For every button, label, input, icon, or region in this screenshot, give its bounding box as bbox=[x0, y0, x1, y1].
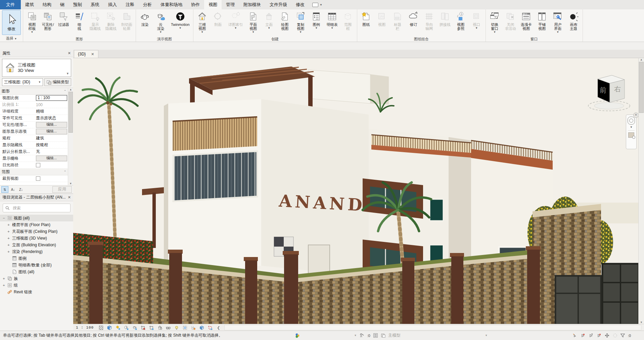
ribbon-button-视图样板[interactable]: 视图 样板▼ bbox=[24, 10, 40, 36]
expand-icon[interactable]: + bbox=[7, 250, 10, 254]
property-value[interactable]: 按规程 bbox=[36, 142, 48, 148]
navigation-bar[interactable]: ✕ ▼ bbox=[626, 115, 637, 149]
selection-filter-icon[interactable] bbox=[620, 333, 625, 338]
close-icon[interactable]: ✕ bbox=[633, 113, 639, 118]
chevron-down-icon[interactable]: ▼ bbox=[354, 334, 357, 337]
property-section-图形[interactable]: 图形⌃ bbox=[0, 88, 68, 95]
ribbon-tab-预制[interactable]: 预制 bbox=[69, 0, 86, 9]
close-icon[interactable]: ✕ bbox=[68, 51, 71, 55]
crop-off-icon[interactable] bbox=[140, 325, 146, 330]
canvas-scrollbar[interactable]: ▲▼ bbox=[638, 58, 644, 324]
property-value[interactable]: 无 bbox=[36, 149, 40, 155]
ribbon-tab-建筑[interactable]: 建筑 bbox=[21, 0, 38, 9]
ribbon-tab-分析[interactable]: 分析 bbox=[139, 0, 156, 9]
file-menu-button[interactable]: 文件 bbox=[0, 0, 21, 9]
select-links-icon[interactable] bbox=[572, 333, 578, 338]
ribbon-button-选项卡视图[interactable]: 选项卡 视图 bbox=[518, 10, 534, 36]
drag-elements-icon[interactable] bbox=[604, 333, 610, 338]
select-pinned-icon[interactable] bbox=[588, 333, 594, 338]
sort-default-button[interactable]: ⇅ bbox=[1, 186, 8, 193]
edit-button[interactable]: 编辑... bbox=[36, 122, 67, 128]
view-tab-3d[interactable]: {3D} ✕ bbox=[74, 50, 98, 58]
ribbon-button-细线[interactable]: 细 线 bbox=[72, 10, 87, 36]
active-design-option[interactable]: 主模型 bbox=[388, 333, 401, 338]
ribbon-button-Twinmotion[interactable]: Twinmotion▼ bbox=[169, 10, 192, 36]
modify-button[interactable]: 修改 bbox=[2, 10, 21, 35]
press-drag-icon[interactable] bbox=[612, 333, 618, 338]
ribbon-tab-管理[interactable]: 管理 bbox=[222, 0, 239, 9]
locked-3d-icon[interactable] bbox=[157, 325, 163, 330]
property-value[interactable]: 建筑 bbox=[36, 135, 44, 141]
collapse-icon[interactable]: ⌃ bbox=[64, 170, 66, 174]
ribbon-button-图纸[interactable]: 图纸 bbox=[358, 10, 374, 36]
edit-button[interactable]: 编辑... bbox=[36, 129, 67, 134]
ribbon-button-可见性/图形[interactable]: 可见性/ 图形 bbox=[40, 10, 56, 36]
ribbon-button-明细表[interactable]: 明细表▼ bbox=[324, 10, 340, 36]
editing-requests-icon[interactable] bbox=[359, 333, 364, 338]
ribbon-tab-文件升级[interactable]: 文件升级 bbox=[265, 0, 291, 9]
displacement-icon[interactable] bbox=[199, 325, 205, 330]
tree-item-视图 (all)[interactable]: −视图 (all) bbox=[0, 215, 73, 221]
sun-settings-icon[interactable] bbox=[115, 325, 121, 330]
expand-icon[interactable]: + bbox=[7, 236, 10, 240]
edit-button[interactable]: 编辑... bbox=[36, 156, 67, 161]
tree-item-明细表/数量 (全部)[interactable]: 明细表/数量 (全部) bbox=[0, 262, 73, 268]
property-value[interactable]: 精细 bbox=[36, 109, 44, 114]
design-options-icon[interactable] bbox=[381, 333, 386, 338]
connectivity-icon[interactable] bbox=[295, 333, 300, 338]
ribbon-button-画布主题[interactable]: 画布 主题 bbox=[566, 10, 582, 36]
select-group-label[interactable]: 选择 ▼ bbox=[0, 36, 23, 42]
expand-icon[interactable]: + bbox=[7, 229, 10, 233]
checkbox[interactable] bbox=[36, 176, 40, 181]
ribbon-tab-视图[interactable]: 视图 bbox=[204, 0, 222, 9]
sort-descending-button[interactable]: Z↓ bbox=[17, 186, 25, 193]
collapse-icon[interactable]: ⌃ bbox=[64, 89, 66, 93]
temporary-hide-icon[interactable] bbox=[165, 325, 171, 330]
model-viewport[interactable]: ANAND bbox=[73, 58, 644, 324]
ribbon-button-图例[interactable]: 图例▼ bbox=[309, 10, 324, 36]
ribbon-tab-结构[interactable]: 结构 bbox=[38, 0, 56, 9]
select-by-face-icon[interactable] bbox=[596, 333, 602, 338]
close-icon[interactable]: ✕ bbox=[68, 195, 71, 200]
apply-button[interactable]: 应用 bbox=[52, 186, 72, 193]
ribbon-button-修订[interactable]: 修订 bbox=[406, 10, 421, 36]
chevron-down-icon[interactable]: ▼ bbox=[485, 334, 488, 337]
ribbon-tab-协作[interactable]: 协作 bbox=[187, 0, 204, 9]
tree-item-天花板平面 (Ceiling Plan)[interactable]: +天花板平面 (Ceiling Plan) bbox=[0, 228, 73, 235]
tree-item-族[interactable]: +族 bbox=[0, 275, 73, 282]
reveal-hidden-icon[interactable] bbox=[174, 325, 180, 330]
shadows-icon[interactable] bbox=[123, 325, 129, 330]
view-cube[interactable]: 前 右 bbox=[586, 72, 637, 115]
visual-style-icon[interactable] bbox=[98, 325, 104, 330]
property-value[interactable]: 100 bbox=[36, 102, 43, 107]
ribbon-tab-注释[interactable]: 注释 bbox=[121, 0, 139, 9]
search-input[interactable] bbox=[12, 205, 68, 211]
instance-selector[interactable]: 三维视图: {3D}▼ bbox=[2, 78, 43, 86]
tree-item-立面 (Building Elevation)[interactable]: +立面 (Building Elevation) bbox=[0, 242, 73, 248]
ribbon-button-平铺视图[interactable]: 平铺 视图 bbox=[534, 10, 550, 36]
ribbon-tab-系统[interactable]: 系统 bbox=[86, 0, 104, 9]
collapse-icon[interactable]: − bbox=[2, 216, 6, 220]
ribbon-button-平面视图[interactable]: 平面 视图▼ bbox=[245, 10, 261, 36]
reveal-constraints-icon[interactable] bbox=[207, 325, 213, 330]
properties-scrollbar[interactable]: ▲▼ bbox=[68, 88, 73, 185]
tree-item-Revit 链接[interactable]: Revit 链接 bbox=[0, 289, 73, 295]
ribbon-button-用户界面[interactable]: 用户 界面▼ bbox=[550, 10, 566, 36]
expand-icon[interactable]: + bbox=[2, 277, 6, 281]
shaded-view-icon[interactable] bbox=[106, 325, 112, 330]
type-selector[interactable]: 三维视图 3D View ▼ bbox=[2, 59, 71, 77]
sort-ascending-button[interactable]: A↓ bbox=[9, 186, 16, 193]
chevron-down-icon[interactable]: ▼ bbox=[630, 126, 633, 129]
ribbon-tab-钢[interactable]: 钢 bbox=[56, 0, 69, 9]
tree-item-图纸 (all)[interactable]: 图纸 (all) bbox=[0, 268, 73, 275]
tree-item-楼层平面 (Floor Plan)[interactable]: +楼层平面 (Floor Plan) bbox=[0, 221, 73, 228]
tree-item-渲染 (Rendering)[interactable]: +渲染 (Rendering) bbox=[0, 248, 73, 255]
ribbon-display-toggle[interactable]: ▼ bbox=[309, 0, 326, 9]
ribbon-button-切换窗口[interactable]: 切换 窗口▼ bbox=[487, 10, 503, 36]
ribbon-button-视图参照[interactable]: 1视图 参照 bbox=[453, 10, 469, 36]
ribbon-tab-附加模块[interactable]: 附加模块 bbox=[239, 0, 265, 9]
ribbon-button-云渲染[interactable]: 云 渲染▼ bbox=[153, 10, 169, 36]
select-underlay-icon[interactable] bbox=[580, 333, 586, 338]
edit-type-button[interactable]: 编辑类型 bbox=[44, 78, 71, 86]
expand-icon[interactable]: + bbox=[7, 243, 10, 247]
